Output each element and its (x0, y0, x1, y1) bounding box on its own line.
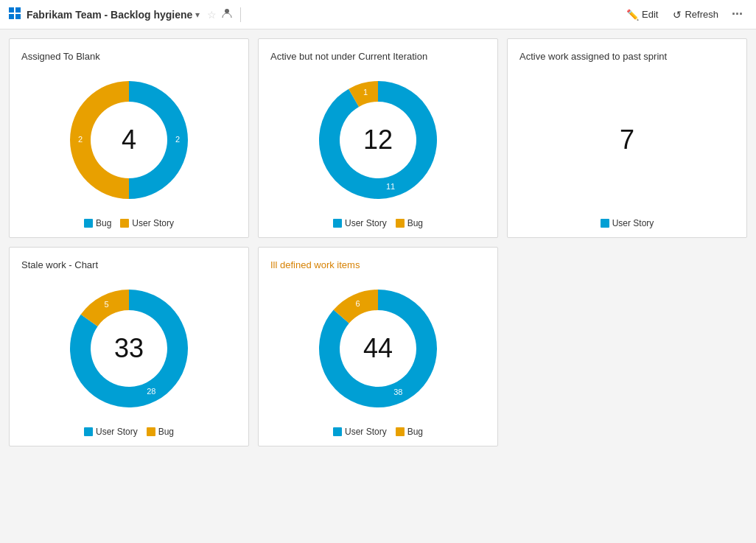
legend-label: User Story (345, 218, 387, 228)
legend-item: Bug (396, 427, 423, 437)
legend-color (147, 427, 155, 436)
chevron-down-icon[interactable]: ▾ (195, 10, 200, 20)
legend-item: User Story (601, 218, 654, 228)
logo-icon (9, 7, 21, 21)
legend: User Story Bug (333, 427, 423, 437)
dashboard: Assigned To Blank 22 4 Bug User Story Ac… (0, 29, 756, 455)
donut-total: 44 (363, 333, 393, 364)
legend-label: Bug (407, 427, 423, 437)
legend-label: Bug (407, 218, 423, 228)
svg-text:11: 11 (386, 182, 395, 191)
svg-text:6: 6 (356, 299, 360, 308)
svg-rect-2 (9, 14, 14, 19)
widget-title: Assigned To Blank (21, 51, 100, 62)
legend-item: Bug (84, 218, 111, 228)
legend-color (333, 219, 342, 228)
header-separator (240, 7, 241, 22)
widget-stale-work: Stale work - Chart 285 33 User Story Bug (9, 247, 249, 446)
legend-label: User Story (345, 427, 387, 437)
widget-active-not-current: Active but not under Current Iteration 1… (258, 38, 498, 238)
svg-text:28: 28 (147, 387, 155, 396)
svg-point-4 (225, 9, 229, 13)
widget-title: Active work assigned to past sprint (519, 51, 667, 62)
svg-text:1: 1 (363, 88, 368, 97)
refresh-icon: ↺ (673, 9, 682, 21)
star-icon[interactable]: ☆ (207, 9, 217, 21)
donut-chart[interactable]: 7 7 (561, 74, 693, 206)
chart-area: 111 12 User Story Bug (270, 68, 486, 228)
svg-rect-3 (15, 14, 21, 19)
legend-label: Bug (158, 427, 174, 437)
widget-title: Ill defined work items (270, 259, 360, 270)
donut-total: 4 (122, 125, 136, 155)
svg-text:7: 7 (625, 183, 629, 192)
legend-color (84, 427, 93, 436)
widget-title: Stale work - Chart (21, 259, 98, 270)
legend-color (120, 219, 129, 228)
widget-active-past-sprint: Active work assigned to past sprint 7 7 … (507, 38, 747, 238)
legend-label: Bug (96, 218, 111, 228)
legend-color (396, 219, 405, 228)
donut-chart[interactable]: 22 4 (63, 74, 195, 206)
donut-chart[interactable]: 111 12 (312, 74, 444, 206)
page-title: Fabrikam Team - Backlog hygiene (27, 9, 192, 21)
svg-text:5: 5 (105, 300, 109, 309)
refresh-button[interactable]: ↺ Refresh (667, 6, 724, 24)
legend: User Story Bug (333, 218, 423, 228)
svg-rect-1 (15, 7, 21, 13)
donut-total: 7 (620, 125, 634, 155)
legend-item: Bug (396, 218, 423, 228)
widget-assigned-to-blank: Assigned To Blank 22 4 Bug User Story (9, 38, 249, 238)
person-icon[interactable] (221, 7, 233, 21)
edit-icon: ✏️ (626, 9, 639, 21)
svg-text:2: 2 (78, 135, 83, 144)
widget-title: Active but not under Current Iteration (270, 51, 427, 62)
legend-item: User Story (84, 427, 138, 437)
widget-ill-defined: Ill defined work items 386 44 User Story… (258, 247, 498, 446)
legend-item: User Story (120, 218, 174, 228)
svg-text:2: 2 (175, 135, 180, 144)
legend-label: User Story (96, 427, 138, 437)
svg-rect-0 (9, 7, 14, 13)
chart-area: 7 7 User Story (519, 68, 735, 228)
legend: User Story Bug (84, 427, 174, 437)
edit-button[interactable]: ✏️ Edit (620, 6, 664, 24)
donut-total: 12 (363, 125, 393, 155)
legend-color (601, 219, 609, 228)
legend-label: User Story (132, 218, 174, 228)
header-actions: ✏️ Edit ↺ Refresh ··· (620, 6, 747, 24)
donut-chart[interactable]: 386 44 (312, 282, 444, 415)
legend-label: User Story (612, 218, 654, 228)
legend-color (333, 427, 342, 436)
svg-text:38: 38 (393, 388, 402, 396)
legend-item: User Story (333, 218, 387, 228)
chart-area: 22 4 Bug User Story (21, 68, 237, 228)
legend-color (84, 219, 93, 228)
header: Fabrikam Team - Backlog hygiene ▾ ☆ ✏️ E… (0, 0, 756, 29)
legend: Bug User Story (84, 218, 174, 228)
chart-area: 386 44 User Story Bug (270, 276, 486, 437)
legend-color (396, 427, 405, 436)
chart-area: 285 33 User Story Bug (21, 276, 237, 437)
legend: User Story (601, 218, 654, 228)
legend-item: User Story (333, 427, 387, 437)
legend-item: Bug (147, 427, 174, 437)
donut-chart[interactable]: 285 33 (63, 282, 195, 415)
more-options-button[interactable]: ··· (727, 7, 747, 22)
donut-total: 33 (114, 333, 144, 364)
